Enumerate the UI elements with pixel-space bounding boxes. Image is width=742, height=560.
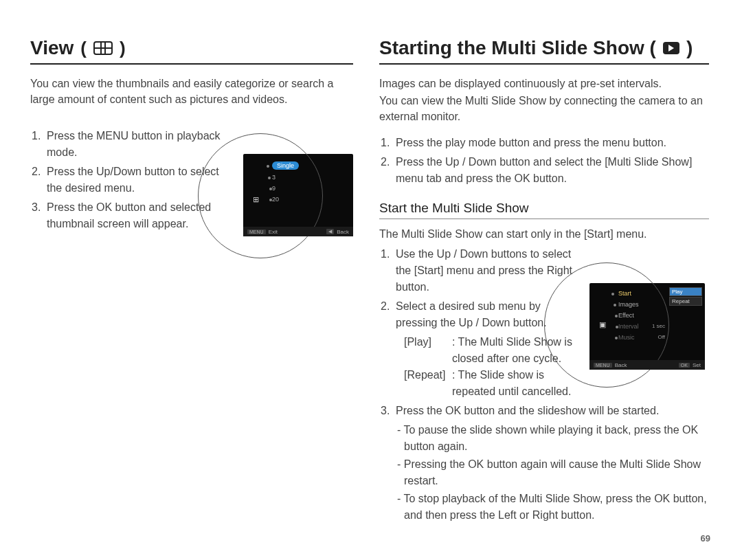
right-top-steps: Press the play mode button and press the… (381, 135, 709, 187)
sub-step-3: Press the OK button and the slideshow wi… (381, 403, 709, 419)
screen-bottom-bar: MENU Exit ◀ Back (243, 227, 353, 236)
def-repeat-v: : The Slide show is repeated until cance… (452, 367, 578, 400)
open-paren: ( (80, 38, 87, 59)
def-play-k: [Play] (404, 334, 452, 367)
right-column: Starting the Multi Slide Show ( ) Images… (379, 37, 709, 539)
dash-2: Pressing the OK button again will cause … (379, 456, 709, 489)
left-intro: You can view the thumbnails and easily c… (30, 76, 353, 107)
back-arrow-icon: ◀ (326, 229, 334, 234)
s2-val-music: Off (657, 334, 665, 340)
s2-music: Music (618, 334, 635, 341)
right-step-2: Press the Up / Down button and select th… (381, 154, 709, 187)
s2-panel: Play Repeat (669, 287, 702, 306)
bar-back: Back (337, 229, 349, 235)
page-number: 69 (701, 533, 710, 544)
right-intro-1: Images can be displayed continuously at … (379, 76, 709, 91)
arc-decoration (198, 133, 323, 258)
section-title-view: View ( ) (30, 37, 353, 65)
sub-intro: The Multi Slide Show can start only in t… (379, 226, 709, 242)
grid-icon (93, 41, 113, 55)
s2-start: Start (618, 290, 631, 297)
title-text: View (30, 37, 74, 59)
sub-heading: Start the Multi Slide Show (379, 201, 709, 219)
s2-effect: Effect (618, 312, 634, 319)
right-step3-list: Press the OK button and the slideshow wi… (381, 403, 709, 419)
screen-item-9: 9 (272, 185, 276, 192)
menu-tag: MENU (247, 229, 266, 234)
close-paren-r: ) (686, 37, 693, 59)
s2-bottom-bar: MENU Back OK Set (589, 360, 705, 370)
screen-item-3: 3 (272, 174, 276, 181)
s2-ok-tag: OK (679, 363, 690, 368)
thumbnail-icon: ⊞ (253, 195, 259, 204)
s2-menu-tag: MENU (594, 363, 612, 368)
left-column: View ( ) You can view the thumbnails and… (30, 37, 353, 539)
section-title-slideshow: Starting the Multi Slide Show ( ) (379, 37, 709, 65)
sub-step-1: Use the Up / Down buttons to select the … (381, 246, 578, 295)
def-repeat-k: [Repeat] (404, 367, 452, 400)
camera-screen-slideshow: ▣ Start Images Effect Interval Music 1 s… (589, 283, 705, 370)
s2-images: Images (618, 301, 639, 308)
bar-exit: Exit (269, 229, 278, 235)
manual-page: View ( ) You can view the thumbnails and… (0, 0, 742, 560)
panel-repeat: Repeat (669, 297, 702, 306)
screen-item-single: Single (272, 161, 299, 170)
slideshow-side-icon: ▣ (599, 320, 606, 329)
dash-3: To stop playback of the Multi Slide Show… (379, 491, 709, 524)
camera-screen-view: ⊞ Single 3 9 20 MENU Exit ◀ Back (243, 154, 353, 236)
s2-bar-set: Set (693, 362, 701, 368)
slideshow-icon (663, 37, 679, 59)
screen-item-20: 20 (272, 196, 279, 203)
s2-val-interval: 1 sec (652, 323, 665, 329)
title-text-r: Starting the Multi Slide Show ( (379, 37, 656, 59)
left-step-1: Press the MENU button in playback mode. (32, 128, 229, 161)
right-step-1: Press the play mode button and press the… (381, 135, 709, 151)
dash-1: To pause the slide shown while playing i… (379, 422, 709, 455)
panel-play: Play (669, 287, 702, 296)
close-paren: ) (120, 38, 126, 59)
right-intro-2: You can view the Multi Slide Show by con… (379, 93, 709, 124)
s2-bar-back: Back (615, 362, 627, 368)
s2-interval: Interval (618, 323, 639, 330)
